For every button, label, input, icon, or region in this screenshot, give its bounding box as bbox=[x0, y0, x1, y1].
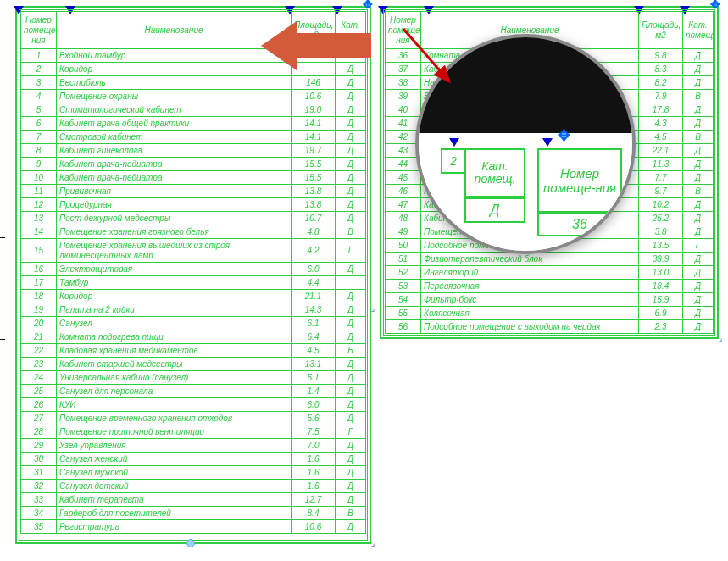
cell-name[interactable]: Пост дежурной медсестры bbox=[57, 212, 292, 225]
cell-name[interactable]: Помещение охраны bbox=[57, 90, 292, 103]
cell-num[interactable]: 35 bbox=[21, 520, 57, 534]
cell-area[interactable]: 10.2 bbox=[639, 198, 683, 212]
cell-area[interactable]: 2.3 bbox=[639, 320, 683, 334]
cell-name[interactable]: Комната подогрева пищи bbox=[57, 330, 292, 344]
cell-num[interactable]: 2 bbox=[21, 63, 57, 76]
table-row[interactable]: 18Коридор21.1Д bbox=[21, 290, 366, 303]
table-row[interactable]: 10Кабинет врача-педиатра15.5Д bbox=[21, 171, 366, 185]
cell-name[interactable]: Универсальная кабина (санузел) bbox=[57, 371, 292, 385]
cell-name[interactable]: Санузел для персонала bbox=[57, 385, 292, 398]
cell-cat[interactable]: Д bbox=[336, 358, 366, 371]
cell-cat[interactable]: Д bbox=[683, 198, 714, 212]
cell-name[interactable]: Электрощитовая bbox=[57, 263, 292, 276]
cell-cat[interactable]: Д bbox=[683, 49, 714, 63]
cell-cat[interactable]: Д bbox=[336, 144, 366, 158]
cell-cat[interactable]: Д bbox=[336, 90, 366, 103]
cell-num[interactable]: 34 bbox=[21, 507, 57, 520]
cell-num[interactable]: 40 bbox=[386, 103, 421, 117]
cell-name[interactable]: Ингаляторий bbox=[421, 266, 639, 280]
cell-cat[interactable]: Д bbox=[683, 280, 714, 293]
cell-cat[interactable]: Д bbox=[336, 198, 366, 212]
cell-area[interactable]: 7.0 bbox=[292, 439, 336, 453]
cell-cat[interactable]: Д bbox=[683, 253, 714, 266]
cell-area[interactable]: 8.2 bbox=[639, 76, 683, 90]
cell-area[interactable]: 13.5 bbox=[639, 239, 683, 253]
table-row[interactable]: 4Помещение охраны10.6Д bbox=[21, 90, 366, 103]
cell-area[interactable]: 19.0 bbox=[292, 103, 336, 117]
cell-name[interactable]: Процедурная bbox=[57, 198, 292, 212]
cell-cat[interactable]: Д bbox=[683, 76, 714, 90]
table-row[interactable]: 7Смотровой кабинет14.1Д bbox=[21, 131, 366, 144]
cell-area[interactable]: 7.7 bbox=[639, 171, 683, 185]
cell-area[interactable]: 6.0 bbox=[292, 263, 336, 276]
cell-cat[interactable]: Д bbox=[336, 385, 366, 398]
cell-name[interactable]: Перевязочная bbox=[421, 280, 639, 293]
cell-area[interactable]: 14.1 bbox=[292, 131, 336, 144]
cell-cat[interactable]: Д bbox=[683, 307, 714, 320]
table-row[interactable]: 17Тамбур4.4 bbox=[21, 276, 366, 290]
table-row[interactable]: 16Электрощитовая6.0Д bbox=[21, 263, 366, 276]
cell-cat[interactable]: Д bbox=[683, 63, 714, 76]
cell-name[interactable]: Коридор bbox=[57, 63, 292, 76]
cell-name[interactable]: Санузел мужской bbox=[57, 466, 292, 480]
table-row[interactable]: 23Кабинет старшей медсестры13.1Д bbox=[21, 358, 366, 371]
cell-cat[interactable]: Д bbox=[683, 225, 714, 239]
cell-area[interactable]: 14.1 bbox=[292, 117, 336, 131]
cell-cat[interactable]: Д bbox=[336, 330, 366, 344]
cell-name[interactable]: Тамбур bbox=[57, 276, 292, 290]
cell-area[interactable]: 6.1 bbox=[292, 317, 336, 330]
cell-cat[interactable]: Д bbox=[683, 171, 714, 185]
cell-cat[interactable]: Д bbox=[336, 466, 366, 480]
cell-name[interactable]: КУИ bbox=[57, 398, 292, 412]
cell-num[interactable]: 21 bbox=[21, 330, 57, 344]
table-row[interactable]: 30Санузел женский1.6Д bbox=[21, 453, 366, 466]
table-left[interactable]: ✥ Номер помеще-ния Наименование Площадь,… bbox=[15, 6, 371, 544]
cell-num[interactable]: 5 bbox=[21, 103, 57, 117]
table-row[interactable]: 9Кабинет врача-педиатра15.5Д bbox=[21, 158, 366, 171]
cell-area[interactable]: 5.1 bbox=[292, 371, 336, 385]
cell-name[interactable]: Помещение хранения грязного белья bbox=[57, 225, 292, 239]
cell-num[interactable]: 4 bbox=[21, 90, 57, 103]
cell-num[interactable]: 30 bbox=[21, 453, 57, 466]
cell-cat[interactable] bbox=[336, 276, 366, 290]
cell-area[interactable]: 6.9 bbox=[639, 307, 683, 320]
cell-area[interactable]: 5.6 bbox=[292, 412, 336, 425]
table-row[interactable]: 15Помещение хранения вышедших из строя л… bbox=[21, 239, 366, 263]
cell-area[interactable]: 8.3 bbox=[639, 63, 683, 76]
cell-cat[interactable]: В bbox=[683, 131, 714, 144]
cell-cat[interactable]: Д bbox=[683, 117, 714, 131]
cell-num[interactable]: 47 bbox=[386, 198, 421, 212]
table-row[interactable]: 21Комната подогрева пищи6.4Д bbox=[21, 330, 366, 344]
cell-area[interactable]: 13.8 bbox=[292, 198, 336, 212]
cell-area[interactable]: 19.7 bbox=[292, 144, 336, 158]
cell-area[interactable]: 13.0 bbox=[639, 266, 683, 280]
cell-cat[interactable]: В bbox=[336, 225, 366, 239]
table-row[interactable]: 53Перевязочная18.4Д bbox=[386, 280, 714, 293]
cell-name[interactable]: Кабинет старшей медсестры bbox=[57, 358, 292, 371]
table-row[interactable]: 35Регистратура10.6Д bbox=[21, 520, 366, 534]
table-row[interactable]: 3Вестибюль146Д bbox=[21, 76, 366, 90]
cell-area[interactable]: 4.8 bbox=[292, 225, 336, 239]
table-row[interactable]: 12Процедурная13.8Д bbox=[21, 198, 366, 212]
cell-num[interactable]: 18 bbox=[21, 290, 57, 303]
cell-area[interactable]: 1.6 bbox=[292, 466, 336, 480]
cell-name[interactable]: Кабинет врача-педиатра bbox=[57, 158, 292, 171]
cell-name[interactable]: Прививочная bbox=[57, 185, 292, 198]
cell-area[interactable]: 146 bbox=[292, 76, 336, 90]
cell-num[interactable]: 12 bbox=[21, 198, 57, 212]
cell-num[interactable]: 52 bbox=[386, 266, 421, 280]
cell-cat[interactable]: Д bbox=[683, 158, 714, 171]
table-row[interactable]: 5Стоматологический кабинет19.0Д bbox=[21, 103, 366, 117]
cell-cat[interactable]: Д bbox=[683, 266, 714, 280]
table-row[interactable]: 33Кабинет терапевта12.7Д bbox=[21, 493, 366, 507]
cell-name[interactable]: Кабинет гинеколога bbox=[57, 144, 292, 158]
table-row[interactable]: 24Универсальная кабина (санузел)5.1Д bbox=[21, 371, 366, 385]
cell-cat[interactable]: Д bbox=[336, 453, 366, 466]
cell-cat[interactable]: Д bbox=[683, 293, 714, 307]
table-row[interactable]: 26КУИ6.0Д bbox=[21, 398, 366, 412]
cell-area[interactable]: 4.2 bbox=[292, 239, 336, 263]
cell-num[interactable]: 14 bbox=[21, 225, 57, 239]
cell-name[interactable]: Фильтр-бокс bbox=[421, 293, 639, 307]
cell-name[interactable]: Санузел детский bbox=[57, 480, 292, 493]
table-row[interactable]: 51Физиотерапевтический блок39.9Д bbox=[386, 253, 714, 266]
